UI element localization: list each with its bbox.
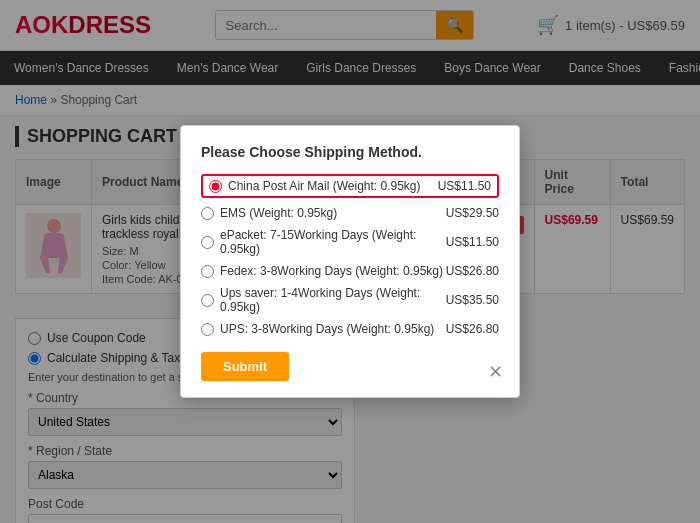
modal-close-button[interactable]: ✕ [488,361,503,383]
shipping-price-5: US$35.50 [446,293,499,307]
shipping-option-5-label[interactable]: Ups saver: 1-4Working Days (Weight: 0.95… [201,286,446,314]
shipping-price-4: US$26.80 [446,264,499,278]
shipping-option-1[interactable]: China Post Air Mail (Weight: 0.95kg) US$… [201,174,499,198]
shipping-price-1: US$11.50 [438,179,491,193]
shipping-option-4-label[interactable]: Fedex: 3-8Working Days (Weight: 0.95kg) [201,264,443,278]
shipping-radio-3[interactable] [201,236,214,249]
shipping-radio-6[interactable] [201,323,214,336]
shipping-option-3-label[interactable]: ePacket: 7-15Working Days (Weight: 0.95k… [201,228,446,256]
shipping-option-3[interactable]: ePacket: 7-15Working Days (Weight: 0.95k… [201,228,499,256]
shipping-radio-5[interactable] [201,294,214,307]
shipping-option-2[interactable]: EMS (Weight: 0.95kg) US$29.50 [201,206,499,220]
shipping-radio-4[interactable] [201,265,214,278]
shipping-price-3: US$11.50 [446,235,499,249]
shipping-option-5[interactable]: Ups saver: 1-4Working Days (Weight: 0.95… [201,286,499,314]
shipping-radio-1[interactable] [209,180,222,193]
shipping-option-1-label[interactable]: China Post Air Mail (Weight: 0.95kg) [209,179,421,193]
shipping-option-4[interactable]: Fedex: 3-8Working Days (Weight: 0.95kg) … [201,264,499,278]
shipping-modal: Please Choose Shipping Method. China Pos… [180,125,520,398]
modal-overlay: Please Choose Shipping Method. China Pos… [0,0,700,523]
shipping-option-6[interactable]: UPS: 3-8Working Days (Weight: 0.95kg) US… [201,322,499,336]
shipping-price-2: US$29.50 [446,206,499,220]
shipping-option-2-label[interactable]: EMS (Weight: 0.95kg) [201,206,337,220]
modal-submit-button[interactable]: Submit [201,352,289,381]
shipping-radio-2[interactable] [201,207,214,220]
shipping-price-6: US$26.80 [446,322,499,336]
shipping-option-6-label[interactable]: UPS: 3-8Working Days (Weight: 0.95kg) [201,322,434,336]
modal-title: Please Choose Shipping Method. [201,144,499,160]
